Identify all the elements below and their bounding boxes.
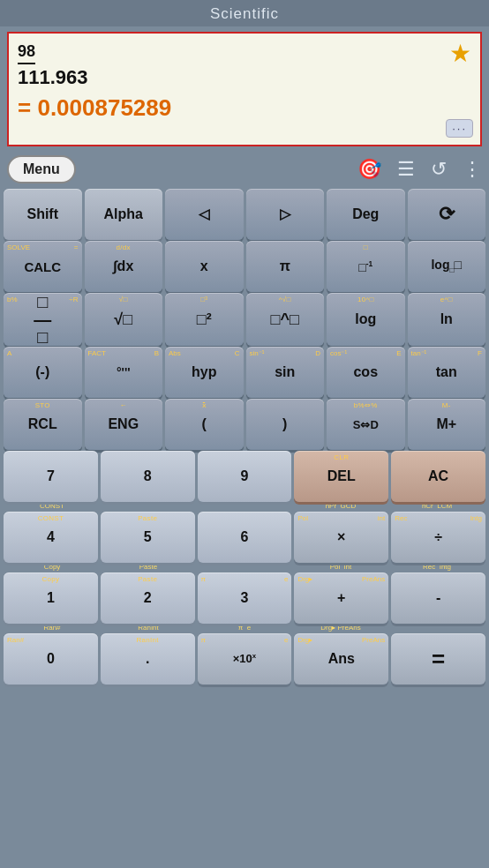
history-button[interactable]: ⟳ bbox=[408, 189, 486, 240]
hyp-button[interactable]: Abs C hyp bbox=[165, 347, 244, 398]
ac-button[interactable]: AC bbox=[391, 451, 485, 502]
row-123-sublabels: Ran# RanInt π e Drg▸ PreAns bbox=[4, 624, 485, 632]
log-button[interactable]: 10^□ log bbox=[327, 293, 405, 346]
calc-button[interactable]: SOLVE = CALC bbox=[4, 241, 82, 292]
1-button[interactable]: Copy 1 bbox=[4, 572, 98, 624]
negative-button[interactable]: A (-) bbox=[4, 347, 82, 398]
4-button[interactable]: CONST 4 bbox=[4, 512, 98, 563]
cos-button[interactable]: cos⁻¹ E cos bbox=[327, 347, 405, 398]
row-456: CONST 4 Paste 5 6 Pol int × Rec Intg ÷ bbox=[4, 512, 485, 563]
inverse-button[interactable]: □ □-1 bbox=[327, 241, 405, 292]
row-shift: Shift Alpha ◁ ▷ Deg ⟳ bbox=[4, 189, 485, 240]
sublabel-empty4 bbox=[390, 624, 484, 632]
row-trig: A (-) FACT B °''' Abs C hyp sin⁻¹ D sin … bbox=[4, 347, 485, 398]
sublabel-const: CONST bbox=[5, 502, 99, 510]
controls-row: Menu 🎯 ☰ ↺ ⋮ bbox=[0, 152, 489, 187]
ans-button[interactable]: Drg▸ PreAns Ans bbox=[294, 633, 388, 685]
more-options-button[interactable]: ··· bbox=[446, 119, 473, 138]
sublabel-pol-int: Pol int bbox=[294, 563, 387, 571]
sublabel-ncr-lcm: nCr LCM bbox=[390, 502, 484, 510]
multiply-button[interactable]: Pol int × bbox=[294, 512, 388, 563]
left-paren-button[interactable]: x̄ ( bbox=[165, 399, 244, 450]
equals-button[interactable]: = bbox=[391, 633, 485, 685]
sublabel-copy: Copy bbox=[5, 563, 99, 571]
pi-button[interactable]: π bbox=[246, 241, 325, 292]
0-button[interactable]: Ran# 0 bbox=[4, 633, 98, 685]
eng-button[interactable]: ← ENG bbox=[85, 399, 163, 450]
row-789: 7 8 9 CLR DEL AC bbox=[4, 451, 485, 502]
target-icon[interactable]: 🎯 bbox=[357, 158, 381, 181]
sublabel-ran: Ran# bbox=[5, 624, 99, 632]
dot-button[interactable]: RanInt . bbox=[101, 633, 195, 685]
rcl-button[interactable]: STO RCL bbox=[4, 399, 82, 450]
undo-icon[interactable]: ↺ bbox=[431, 158, 447, 181]
sublabel-drg-prans: Drg▸ PreAns bbox=[294, 624, 387, 632]
row-sqrt: b% ÷R □—□ √□ √□ □³ □² ^√□ □^□ 10^□ log e… bbox=[4, 293, 485, 346]
sublabel-empty1 bbox=[102, 502, 195, 510]
mplus-button[interactable]: M- M+ bbox=[408, 399, 486, 450]
display-result-prefix: = bbox=[18, 94, 31, 121]
star-button[interactable]: ★ bbox=[449, 39, 471, 68]
menu-button[interactable]: Menu bbox=[7, 155, 76, 183]
exp10-button[interactable]: π e ×10x bbox=[198, 633, 292, 685]
square-button[interactable]: □³ □² bbox=[165, 293, 244, 346]
more-icon[interactable]: ⋮ bbox=[463, 158, 482, 181]
left-arrow-button[interactable]: ◁ bbox=[165, 189, 244, 240]
app-header: Scientific bbox=[0, 0, 489, 26]
8-button[interactable]: 8 bbox=[101, 451, 195, 502]
ln-button[interactable]: e^□ ln bbox=[408, 293, 486, 346]
tan-button[interactable]: tan⁻¹ F tan bbox=[408, 347, 486, 398]
sublabel-empty3 bbox=[198, 563, 291, 571]
sublabel-pi-e: π e bbox=[198, 624, 291, 632]
row-456-sublabels: Copy Paste Pol int Rec Intg bbox=[4, 563, 485, 571]
add-button[interactable]: Drg▸ PreAns + bbox=[294, 572, 388, 624]
row-0: Ran# 0 RanInt . π e ×10x Drg▸ PreAns Ans… bbox=[4, 633, 485, 685]
7-button[interactable]: 7 bbox=[4, 451, 98, 502]
sublabel-ranint: RanInt bbox=[102, 624, 195, 632]
calculator-display: 98 111.963 = 0.000875289 ★ ··· bbox=[7, 32, 482, 146]
del-button[interactable]: CLR DEL bbox=[294, 451, 388, 502]
sublabel-paste: Paste bbox=[102, 563, 195, 571]
list-icon[interactable]: ☰ bbox=[397, 158, 415, 181]
display-numerator: 98 bbox=[18, 42, 35, 64]
sublabel-npr-gcd: nPr GCD bbox=[294, 502, 387, 510]
calculator-keypad: Shift Alpha ◁ ▷ Deg ⟳ SOLVE = CALC d/dx … bbox=[0, 187, 489, 686]
x-button[interactable]: x bbox=[165, 241, 244, 292]
fraction-button[interactable]: b% ÷R □—□ bbox=[4, 293, 82, 346]
shift-button[interactable]: Shift bbox=[4, 189, 82, 240]
row-calc: SOLVE = CALC d/dx ∫dx x π □ □-1 log□□ bbox=[4, 241, 485, 292]
integral-button[interactable]: d/dx ∫dx bbox=[85, 241, 163, 292]
sqrt-button[interactable]: √□ √□ bbox=[85, 293, 163, 346]
3-button[interactable]: π e 3 bbox=[198, 572, 292, 624]
right-paren-button[interactable]: ) bbox=[246, 399, 325, 450]
right-arrow-button[interactable]: ▷ bbox=[246, 189, 325, 240]
degree-min-sec-button[interactable]: FACT B °''' bbox=[85, 347, 163, 398]
alpha-button[interactable]: Alpha bbox=[85, 189, 163, 240]
row-789-sublabels: CONST nPr GCD nCr LCM bbox=[4, 502, 485, 510]
2-button[interactable]: Paste 2 bbox=[101, 572, 195, 624]
sin-button[interactable]: sin⁻¹ D sin bbox=[246, 347, 325, 398]
display-result: = 0.000875289 bbox=[18, 94, 471, 122]
sexD-button[interactable]: b%⇔% S⇔D bbox=[327, 399, 405, 450]
subtract-button[interactable]: - bbox=[391, 572, 485, 624]
power-button[interactable]: ^√□ □^□ bbox=[246, 293, 325, 346]
display-fraction: 98 111.963 bbox=[18, 39, 471, 89]
log-box-button[interactable]: log□□ bbox=[408, 241, 486, 292]
5-button[interactable]: Paste 5 bbox=[101, 512, 195, 563]
row-memory: STO RCL ← ENG x̄ ( ) b%⇔% S⇔D M- M+ bbox=[4, 399, 485, 450]
sublabel-empty2 bbox=[198, 502, 291, 510]
divide-button[interactable]: Rec Intg ÷ bbox=[391, 512, 485, 563]
deg-button[interactable]: Deg bbox=[327, 189, 405, 240]
display-denominator: 111.963 bbox=[18, 66, 88, 88]
sublabel-rec-intg: Rec Intg bbox=[390, 563, 484, 571]
display-result-value: 0.000875289 bbox=[37, 94, 171, 121]
row-123: Copy 1 Paste 2 π e 3 Drg▸ PreAns + - bbox=[4, 572, 485, 624]
app-title: Scientific bbox=[210, 5, 279, 22]
6-button[interactable]: 6 bbox=[198, 512, 292, 563]
9-button[interactable]: 9 bbox=[198, 451, 292, 502]
